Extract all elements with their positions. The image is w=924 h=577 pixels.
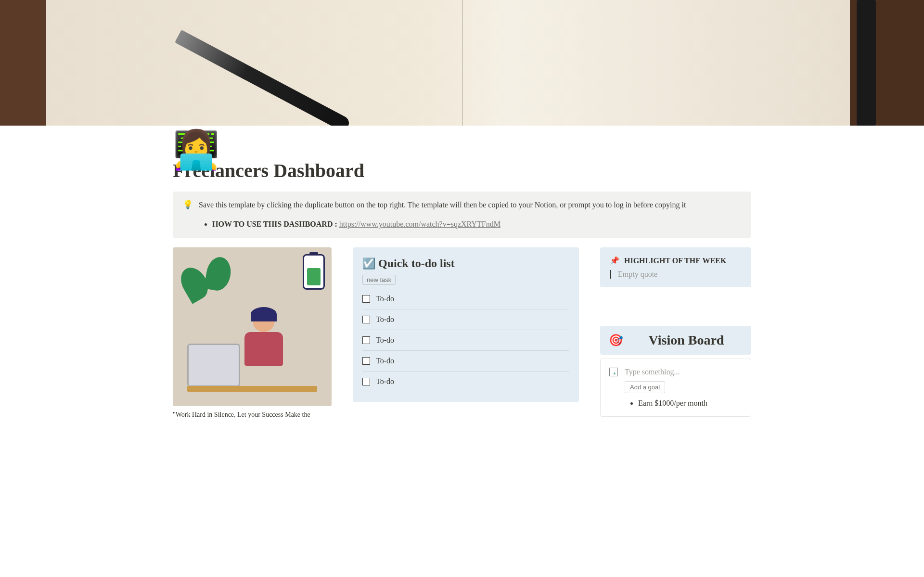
vision-body: Type something... Add a goal Earn $1000/… [600,359,751,417]
page-icon[interactable]: 👩‍💻 [173,131,210,169]
pushpin-icon: 📌 [610,256,619,265]
target-icon: 🎯 [609,333,623,347]
todo-item[interactable]: To-do [362,372,569,392]
howto-link[interactable]: https://www.youtube.com/watch?v=sqzXRYTF… [339,220,500,228]
illustration-image[interactable] [173,247,332,406]
todo-item[interactable]: To-do [362,351,569,372]
callout-block[interactable]: 💡 Save this template by clicking the dup… [173,192,751,238]
vision-heading[interactable]: Vision Board [630,333,743,348]
todo-panel: ☑️ Quick to-do list new task To-doTo-doT… [353,247,579,402]
new-task-button[interactable]: new task [362,275,396,285]
todo-label: To-do [376,377,394,386]
todo-label: To-do [376,336,394,345]
callout-text: Save this template by clicking the dupli… [199,199,742,211]
vision-header: 🎯 Vision Board [600,326,751,355]
howto-label: HOW TO USE THIS DASHBOARD : [212,220,337,228]
cover-marker [857,0,876,126]
todo-checkbox[interactable] [362,295,370,303]
cover-pen [175,30,351,126]
todo-heading-text: Quick to-do list [378,257,455,270]
todo-checkbox[interactable] [362,336,370,344]
todo-heading[interactable]: ☑️ Quick to-do list [362,257,569,270]
cover-image [0,0,924,126]
todo-label: To-do [376,295,394,303]
todo-label: To-do [376,357,394,365]
page-title[interactable]: Freelancers Dashboard [173,159,751,182]
todo-item[interactable]: To-do [362,309,569,330]
todo-item[interactable]: To-do [362,330,569,351]
lightbulb-icon: 💡 [182,199,193,230]
checkbox-icon: ☑️ [362,257,375,270]
todo-label: To-do [376,315,394,324]
broken-image-icon [609,368,618,376]
highlight-quote[interactable]: Empty quote [610,270,742,279]
highlight-title-text: HIGHLIGHT OF THE WEEK [624,256,726,265]
todo-checkbox[interactable] [362,316,370,323]
add-goal-button[interactable]: Add a goal [625,381,665,393]
todo-item[interactable]: To-do [362,289,569,309]
illustration-caption: "Work Hard in Silence, Let your Success … [173,410,332,420]
highlight-panel: 📌 HIGHLIGHT OF THE WEEK Empty quote [600,247,751,287]
vision-goal-item[interactable]: Earn $1000/per month [638,399,742,408]
todo-checkbox[interactable] [362,357,370,365]
callout-howto-item: HOW TO USE THIS DASHBOARD : https://www.… [212,218,742,230]
todo-checkbox[interactable] [362,378,370,385]
vision-placeholder[interactable]: Type something... [625,368,742,376]
